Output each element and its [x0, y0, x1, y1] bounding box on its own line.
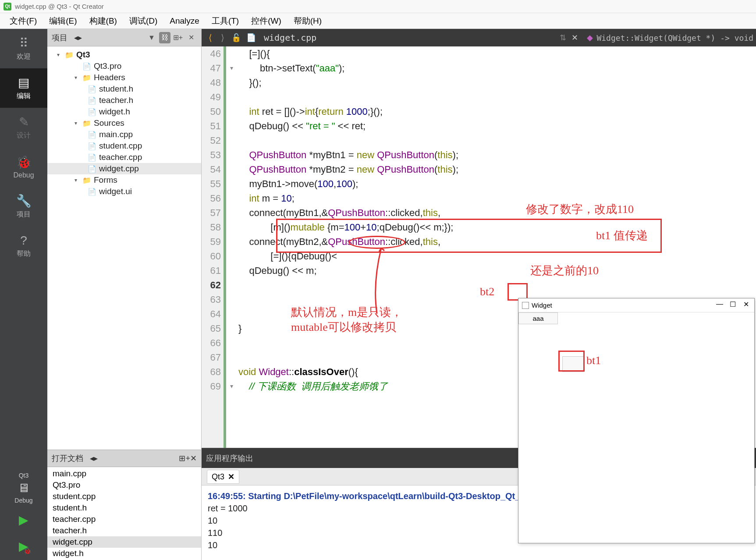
split-icon[interactable]: ⊞+ — [179, 454, 190, 463]
line-gutter[interactable]: 4647484950515253545556575859606162636465… — [202, 46, 226, 448]
pencil-icon: ✎ — [19, 115, 29, 129]
tree-forms-folder[interactable]: ▾📁Forms — [47, 174, 201, 186]
opendoc-item[interactable]: teacher.cpp — [47, 514, 201, 525]
tree-file[interactable]: 📄teacher.cpp — [47, 152, 201, 163]
cpp-file-icon: 📄 — [88, 165, 97, 173]
mode-design[interactable]: ✎设计 — [0, 108, 47, 147]
app-button-aaa[interactable]: aaa — [518, 312, 558, 324]
tree-headers-folder[interactable]: ▾📁Headers — [47, 72, 201, 83]
current-file-name[interactable]: widget.cpp — [264, 32, 316, 43]
app-body: aaa — [518, 312, 754, 543]
tree-file[interactable]: 📄teacher.h — [47, 95, 201, 106]
project-tree: ▾📁Qt3 📄Qt3.pro ▾📁Headers 📄student.h 📄tea… — [47, 46, 201, 450]
tree-file[interactable]: 📄widget.ui — [47, 186, 201, 197]
folder-icon: 📁 — [65, 51, 75, 59]
bug-icon: 🐞 — [16, 155, 32, 170]
file-icon: 📄 — [82, 62, 92, 71]
edit-icon: ▤ — [18, 75, 29, 90]
opendoc-item[interactable]: main.cpp — [47, 468, 201, 479]
cpp-file-icon: 📄 — [88, 153, 97, 162]
opendoc-item[interactable]: student.h — [47, 502, 201, 514]
fold-column[interactable]: ▾▾ — [226, 46, 237, 448]
nav-forward-button[interactable]: ⟩ — [217, 32, 229, 43]
opendoc-item[interactable]: Qt3.pro — [47, 479, 201, 491]
h-file-icon: 📄 — [88, 85, 97, 93]
play-icon: ▶ — [19, 513, 28, 527]
opendocs-list: main.cpp Qt3.pro student.cpp student.h t… — [47, 467, 201, 560]
running-app-window[interactable]: Widget — ☐ ✕ aaa — [518, 298, 755, 543]
updown-icon[interactable]: ⇅ — [560, 33, 566, 43]
h-file-icon: 📄 — [88, 96, 97, 105]
grid-icon: ⠿ — [19, 36, 28, 50]
window-title: widget.cpp @ Qt3 - Qt Creator — [15, 3, 104, 10]
mode-help[interactable]: ?帮助 — [0, 226, 47, 266]
file-icon: 📄 — [244, 33, 259, 43]
h-file-icon: 📄 — [88, 108, 97, 116]
ui-file-icon: 📄 — [88, 188, 97, 196]
close-button[interactable]: ✕ — [739, 300, 752, 308]
menu-help[interactable]: 帮助(H) — [287, 13, 328, 29]
tree-pro-file[interactable]: 📄Qt3.pro — [47, 60, 201, 72]
project-panel-header: 项目 ◂▸ ▼ ⛓ ⊞+ ✕ — [47, 29, 201, 46]
minimize-button[interactable]: — — [713, 300, 726, 308]
mode-sidebar: ⠿欢迎 ▤编辑 ✎设计 🐞Debug 🔧项目 ?帮助 Qt3 🖥 Debug ▶… — [0, 29, 47, 560]
folder-icon: 📁 — [82, 74, 92, 82]
symbol-icon: ◆ — [587, 33, 593, 43]
link-icon[interactable]: ⛓ — [159, 32, 170, 43]
tree-project-root[interactable]: ▾📁Qt3 — [47, 49, 201, 60]
monitor-icon: 🖥 — [18, 481, 30, 495]
menu-widgets[interactable]: 控件(W) — [245, 13, 287, 29]
qt-logo-icon: Qt — [4, 3, 11, 11]
app-icon — [522, 302, 529, 309]
tree-file[interactable]: 📄main.cpp — [47, 129, 201, 140]
run-button[interactable]: ▶ — [0, 507, 47, 534]
tree-file[interactable]: 📄student.h — [47, 83, 201, 95]
mode-debug[interactable]: 🐞Debug — [0, 147, 47, 187]
tree-file[interactable]: 📄student.cpp — [47, 140, 201, 152]
menu-tools[interactable]: 工具(T) — [206, 13, 245, 29]
cpp-file-icon: 📄 — [88, 142, 97, 150]
maximize-button[interactable]: ☐ — [726, 300, 739, 308]
run-debug-button[interactable]: ▶🐞 — [0, 534, 47, 560]
close-panel-icon[interactable]: ✕ — [190, 454, 197, 463]
opendocs-selector[interactable]: 打开文档 ◂▸ — [52, 453, 98, 464]
nav-back-button[interactable]: ⟨ — [204, 32, 217, 43]
tree-file-selected[interactable]: 📄widget.cpp — [47, 163, 201, 174]
wrench-icon: 🔧 — [16, 194, 32, 208]
output-title: 应用程序输出 — [206, 453, 253, 464]
close-editor-button[interactable]: ✕ — [566, 33, 583, 43]
tree-file[interactable]: 📄widget.h — [47, 106, 201, 117]
app-titlebar[interactable]: Widget — ☐ ✕ — [518, 298, 754, 312]
close-tab-icon[interactable]: ✕ — [228, 472, 234, 481]
opendoc-item[interactable]: student.cpp — [47, 491, 201, 502]
mode-edit[interactable]: ▤编辑 — [0, 68, 47, 108]
kit-selector[interactable]: Qt3 🖥 Debug — [0, 468, 47, 507]
close-panel-icon[interactable]: ✕ — [185, 32, 197, 43]
mode-projects[interactable]: 🔧项目 — [0, 187, 47, 226]
breadcrumb[interactable]: Widget::Widget(QWidget *) -> void — [596, 33, 753, 43]
opendoc-item-selected[interactable]: widget.cpp — [47, 536, 201, 548]
app-button-bt1[interactable] — [562, 356, 584, 372]
menu-edit[interactable]: 编辑(E) — [43, 13, 83, 29]
tree-sources-folder[interactable]: ▾📁Sources — [47, 117, 201, 129]
folder-icon: 📁 — [82, 176, 92, 184]
lock-icon[interactable]: 🔓 — [229, 33, 244, 43]
menu-bar: 文件(F) 编辑(E) 构建(B) 调试(D) Analyze 工具(T) 控件… — [0, 13, 756, 29]
filter-icon[interactable]: ▼ — [146, 32, 157, 43]
opendocs-header: 打开文档 ◂▸ ⊞+ ✕ — [47, 450, 201, 467]
title-bar: Qt widget.cpp @ Qt3 - Qt Creator — [0, 0, 756, 13]
opendoc-item[interactable]: teacher.h — [47, 525, 201, 536]
help-icon: ? — [20, 234, 27, 248]
mode-welcome[interactable]: ⠿欢迎 — [0, 29, 47, 68]
menu-build[interactable]: 构建(B) — [83, 13, 123, 29]
menu-debug[interactable]: 调试(D) — [123, 13, 163, 29]
menu-file[interactable]: 文件(F) — [4, 13, 43, 29]
editor-toolbar: ⟨ ⟩ 🔓 📄 widget.cpp ⇅ ✕ ◆ Widget::Widget(… — [202, 29, 756, 46]
project-panel: 项目 ◂▸ ▼ ⛓ ⊞+ ✕ ▾📁Qt3 📄Qt3.pro ▾📁Headers … — [47, 29, 202, 560]
project-view-selector[interactable]: 项目 ◂▸ — [52, 32, 144, 43]
menu-analyze[interactable]: Analyze — [163, 14, 206, 28]
split-icon[interactable]: ⊞+ — [172, 32, 184, 43]
opendoc-item[interactable]: widget.h — [47, 548, 201, 559]
output-tab[interactable]: Qt3✕ — [207, 470, 239, 484]
play-bug-icon: ▶🐞 — [19, 539, 28, 553]
